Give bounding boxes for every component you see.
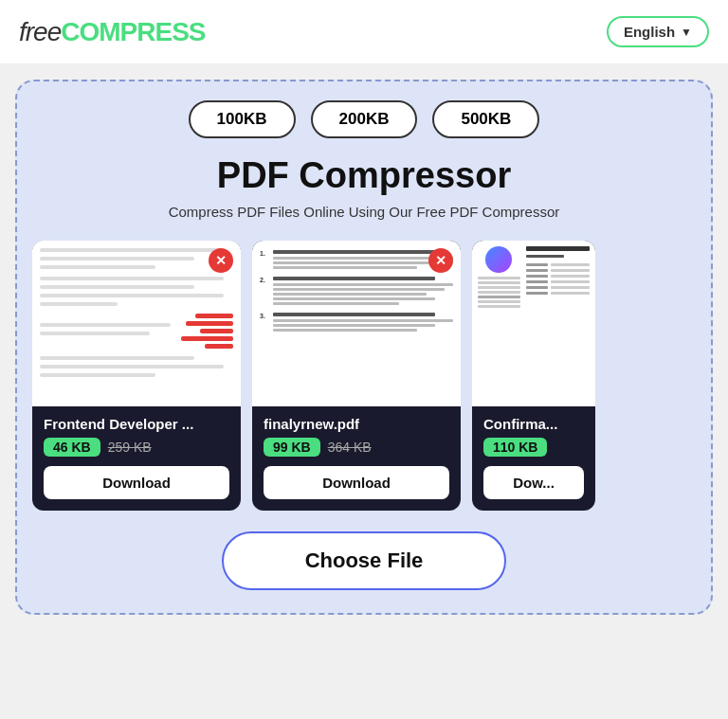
download-button-3[interactable]: Dow... <box>483 466 584 499</box>
file-info-3: Confirma... 110 KB Dow... <box>472 406 595 511</box>
file-info-2: finalyrnew.pdf 99 KB 364 KB Download <box>252 406 461 511</box>
file-sizes-1: 46 KB 259 KB <box>44 438 229 457</box>
pdf3-logo <box>485 246 512 273</box>
pdf3-right <box>526 246 590 401</box>
close-file-2-button[interactable]: ✕ <box>428 248 453 273</box>
size-buttons-row: 100KB 200KB 500KB <box>32 100 696 138</box>
file-preview-2: ✕ 1. 2. <box>252 241 461 406</box>
file-card-3: Confirma... 110 KB Dow... <box>472 241 595 511</box>
file-size-new-2: 99 KB <box>264 438 320 457</box>
file-info-1: Frontend Developer ... 46 KB 259 KB Down… <box>32 406 241 511</box>
file-card-2: ✕ 1. 2. <box>252 241 461 511</box>
size-200kb-button[interactable]: 200KB <box>311 100 418 138</box>
pdf-preview-3 <box>472 241 595 406</box>
page-subtitle: Compress PDF Files Online Using Our Free… <box>32 204 696 220</box>
header: freeCOMPRESS English ▼ <box>0 0 728 64</box>
file-preview-3 <box>472 241 595 406</box>
compressor-card: 100KB 200KB 500KB PDF Compressor Compres… <box>15 80 713 615</box>
logo: freeCOMPRESS <box>19 17 206 47</box>
file-name-3: Confirma... <box>483 416 584 432</box>
file-card-1: ✕ <box>32 241 241 511</box>
file-sizes-3: 110 KB <box>483 438 584 457</box>
file-preview-1: ✕ <box>32 241 241 406</box>
download-button-1[interactable]: Download <box>44 466 229 499</box>
file-size-old-1: 259 KB <box>108 440 152 455</box>
file-name-1: Frontend Developer ... <box>44 416 229 432</box>
file-sizes-2: 99 KB 364 KB <box>264 438 449 457</box>
language-selector[interactable]: English ▼ <box>607 16 709 47</box>
size-500kb-button[interactable]: 500KB <box>432 100 539 138</box>
pdf3-left <box>478 246 520 401</box>
size-100kb-button[interactable]: 100KB <box>189 100 296 138</box>
chevron-down-icon: ▼ <box>681 26 692 39</box>
file-name-2: finalyrnew.pdf <box>264 416 449 432</box>
page-title: PDF Compressor <box>32 155 696 196</box>
logo-free-text: free <box>19 17 61 46</box>
logo-compress-text: COMPRESS <box>61 17 205 46</box>
choose-file-button[interactable]: Choose File <box>222 531 506 590</box>
main-content: 100KB 200KB 500KB PDF Compressor Compres… <box>0 64 728 630</box>
language-label: English <box>624 24 675 40</box>
file-size-new-3: 110 KB <box>483 438 547 457</box>
files-row: ✕ <box>32 241 696 511</box>
close-file-1-button[interactable]: ✕ <box>209 248 233 273</box>
file-size-old-2: 364 KB <box>328 440 372 455</box>
file-size-new-1: 46 KB <box>44 438 100 457</box>
download-button-2[interactable]: Download <box>264 466 449 499</box>
